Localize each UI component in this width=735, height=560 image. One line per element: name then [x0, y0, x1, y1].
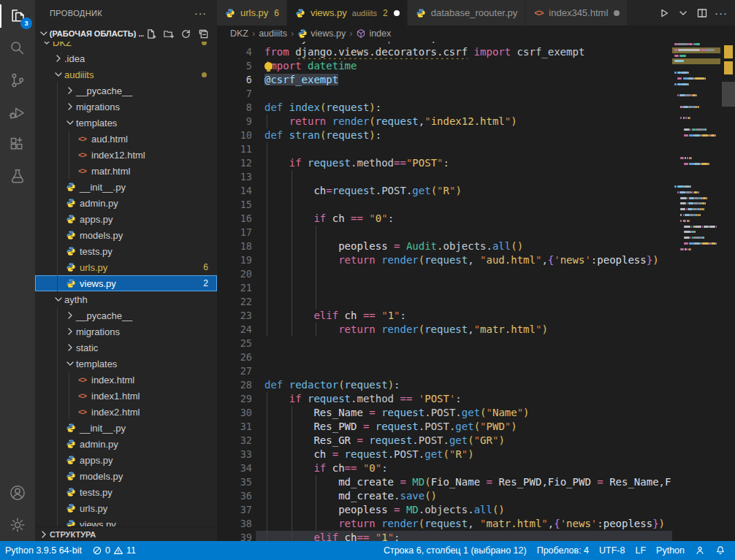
dirty-dot-icon[interactable]	[614, 10, 620, 16]
tree-item-index.html[interactable]: <>index.html	[35, 372, 217, 388]
activity-item-extensions[interactable]	[0, 129, 35, 161]
language-mode[interactable]: Python	[651, 541, 690, 560]
activity-item-account[interactable]	[0, 477, 35, 509]
overview-ruler[interactable]	[722, 42, 735, 541]
code-line-17[interactable]: 17	[217, 226, 735, 239]
eol[interactable]: LF	[630, 541, 651, 560]
feedback-icon[interactable]	[690, 541, 710, 560]
breadcrumb-item-DKZ[interactable]: DKZ	[230, 28, 248, 39]
code-line-36[interactable]: 36 md_create.save()	[217, 489, 735, 503]
code-line-39[interactable]: 39 elif ch== "1":	[217, 531, 735, 541]
tree-item-admin.py[interactable]: admin.py	[35, 436, 217, 452]
tree-item-.idea[interactable]: .idea	[35, 50, 217, 66]
tree-item-apps.py[interactable]: apps.py	[35, 211, 217, 227]
code-line-29[interactable]: 29 if request.method == 'POST':	[217, 392, 735, 406]
tree-item-aythh[interactable]: aythh	[35, 291, 217, 307]
activity-item-settings[interactable]	[0, 509, 35, 541]
tree-item-__init__.py[interactable]: __init__.py	[35, 420, 217, 436]
tree-item-migrations[interactable]: migrations	[35, 323, 217, 340]
new-folder-icon[interactable]	[161, 27, 175, 40]
code-line-33[interactable]: 33 ch = request.POST.get("R")	[217, 448, 735, 461]
tree-item-views.py[interactable]: views.py	[35, 516, 217, 527]
code-line-16[interactable]: 16 if ch == "0":	[217, 212, 735, 226]
tree-item-static[interactable]: static	[35, 340, 217, 356]
tree-item-templates[interactable]: templates	[35, 115, 217, 131]
activity-item-run-debug[interactable]	[0, 96, 35, 129]
tree-item-admin.py[interactable]: admin.py	[35, 195, 217, 211]
tree-item-urls.py[interactable]: urls.py6	[35, 259, 217, 275]
tab-views.py[interactable]: views.pyaudiiits2	[287, 0, 408, 26]
code-line-14[interactable]: 14 ch=request.POST.get("R")	[217, 184, 735, 198]
indentation[interactable]: Пробелов: 4	[532, 541, 594, 560]
problems-indicator[interactable]: 0 11	[87, 541, 141, 560]
code-line-11[interactable]: 11	[217, 142, 735, 156]
tree-item-models.py[interactable]: models.py	[35, 227, 217, 243]
tab-urls.py[interactable]: urls.py6	[217, 0, 287, 26]
tree-item-__pycache__[interactable]: __pycache__	[35, 83, 217, 99]
tree-item-tests.py[interactable]: tests.py	[35, 484, 217, 500]
code-line-28[interactable]: 28def redactor(request):	[217, 378, 735, 392]
code-line-15[interactable]: 15	[217, 198, 735, 212]
notifications-bell-icon[interactable]	[710, 541, 731, 560]
breadcrumb-item-index[interactable]: index	[356, 28, 391, 39]
tree-item-views.py[interactable]: views.py2	[35, 275, 217, 291]
tree-item-aud.html[interactable]: <>aud.html	[35, 131, 217, 147]
python-interpreter[interactable]: Python 3.9.5 64-bit	[0, 541, 87, 560]
tree-item-__pycache__[interactable]: __pycache__	[35, 307, 217, 323]
tree-item-DKZ[interactable]: DKZ	[35, 42, 217, 50]
breadcrumb[interactable]: DKZ›audiiits›views.py›index	[217, 26, 735, 42]
activity-item-testing[interactable]	[0, 161, 35, 193]
code-line-23[interactable]: 23 elif ch == "1":	[217, 309, 735, 323]
code-line-32[interactable]: 32 Res_GR = request.POST.get("GR")	[217, 434, 735, 448]
tree-item-apps.py[interactable]: apps.py	[35, 452, 217, 468]
refresh-icon[interactable]	[179, 27, 192, 40]
dirty-dot-icon[interactable]	[394, 10, 400, 16]
more-actions-icon[interactable]: ···	[194, 7, 207, 19]
code-line-25[interactable]: 25	[217, 337, 735, 350]
breadcrumb-item-audiiits[interactable]: audiiits	[259, 28, 287, 39]
tree-item-index2.html[interactable]: <>index2.html	[35, 404, 217, 420]
code-line-35[interactable]: 35 md_create = MD(Fio_Name = Res_PWD,Fio…	[217, 475, 735, 489]
code-line-13[interactable]: 13	[217, 170, 735, 184]
code-line-37[interactable]: 37 peopless = MD.objects.all()	[217, 503, 735, 517]
more-actions-icon[interactable]: ···	[713, 5, 729, 21]
code-line-8[interactable]: 8def index(request):	[217, 101, 735, 115]
tree-item-matr.html[interactable]: <>matr.html	[35, 163, 217, 179]
code-line-38[interactable]: 38 return render(request, "matr.html",{'…	[217, 517, 735, 531]
breadcrumb-item-views.py[interactable]: views.py	[297, 28, 346, 39]
file-tree[interactable]: DKZ.ideaaudiiits__pycache__migrationstem…	[35, 42, 217, 527]
code-line-30[interactable]: 30 Res_Name = request.POST.get("Name")	[217, 406, 735, 420]
activity-item-explorer[interactable]: 3	[0, 0, 35, 32]
code-line-27[interactable]: 27	[217, 364, 735, 378]
tree-item-__init__.py[interactable]: __init__.py	[35, 179, 217, 195]
code-line-4[interactable]: 4from django.views.decorators.csrf impor…	[217, 45, 735, 59]
encoding[interactable]: UTF-8	[594, 541, 630, 560]
tree-item-templates[interactable]: templates	[35, 356, 217, 372]
code-line-10[interactable]: 10def stran(request):	[217, 129, 735, 142]
tab-index345.html[interactable]: <>index345.html	[525, 0, 628, 26]
tree-item-migrations[interactable]: migrations	[35, 99, 217, 115]
activity-item-search[interactable]	[0, 32, 35, 64]
scrollbar-thumb[interactable]	[722, 82, 735, 107]
code-line-22[interactable]: 22	[217, 295, 735, 309]
code-line-6[interactable]: 6@csrf_exempt	[217, 73, 735, 87]
code-editor[interactable]: 3from aythh.models import MD,Audit4from …	[217, 42, 735, 541]
activity-item-source-control[interactable]	[0, 64, 35, 96]
code-line-18[interactable]: 18 peopless = Audit.objects.all()	[217, 239, 735, 253]
code-line-34[interactable]: 34 if ch== "0":	[217, 461, 735, 475]
tree-item-index12.html[interactable]: <>index12.html	[35, 147, 217, 163]
workspace-section-header[interactable]: (РАБОЧАЯ ОБЛАСТЬ) ...	[35, 26, 217, 42]
minimap[interactable]	[672, 42, 720, 541]
code-line-21[interactable]: 21	[217, 281, 735, 295]
code-line-5[interactable]: 5import datetime	[217, 59, 735, 73]
tree-item-urls.py[interactable]: urls.py	[35, 500, 217, 516]
tree-item-index1.html[interactable]: <>index1.html	[35, 388, 217, 404]
tree-item-audiiits[interactable]: audiiits	[35, 66, 217, 83]
split-editor-icon[interactable]	[694, 5, 710, 21]
code-line-31[interactable]: 31 Res_PWD = request.POST.get("PWD")	[217, 420, 735, 434]
code-line-12[interactable]: 12 if request.method=="POST":	[217, 156, 735, 170]
tree-item-tests.py[interactable]: tests.py	[35, 243, 217, 259]
collapse-all-icon[interactable]	[197, 27, 210, 40]
code-line-9[interactable]: 9 return render(request,"index12.html")	[217, 115, 735, 129]
code-line-24[interactable]: 24 return render(request,"matr.html")	[217, 323, 735, 337]
